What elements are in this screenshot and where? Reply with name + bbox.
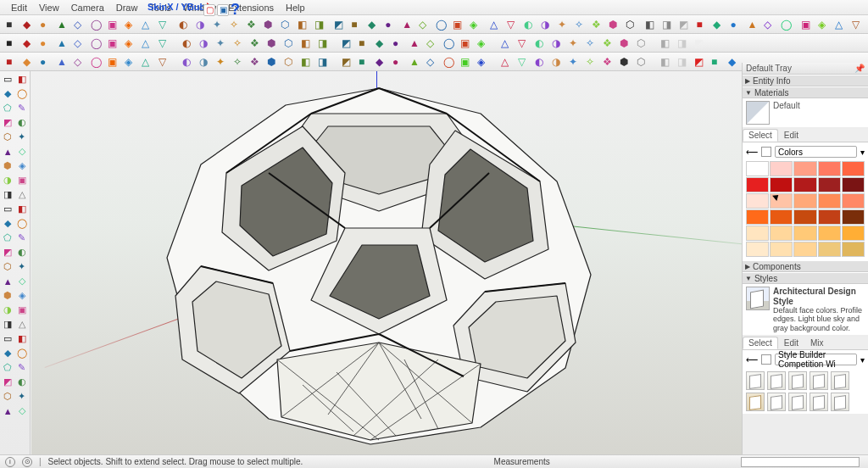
color-swatch[interactable] — [793, 177, 816, 192]
materials-tab-select[interactable]: Select — [743, 129, 778, 142]
toolbar-button[interactable]: ◩ — [331, 17, 347, 32]
toolbar-button[interactable]: ✧ — [231, 36, 246, 51]
color-swatch[interactable] — [793, 242, 816, 257]
toolbar-button[interactable]: ❖ — [248, 54, 263, 70]
tool-button[interactable]: △ — [16, 318, 29, 331]
toolbar-button[interactable]: ◯ — [433, 17, 448, 32]
dropdown-chevron-icon[interactable]: ▾ — [860, 148, 865, 157]
toolbar-button[interactable]: ▣ — [105, 17, 120, 32]
style-thumb[interactable] — [746, 393, 765, 411]
tool-button[interactable]: ▣ — [16, 174, 29, 187]
overlay-btn-1[interactable]: ▢ — [203, 4, 215, 16]
tool-button[interactable]: ◇ — [16, 404, 29, 417]
toolbar-button[interactable]: ◑ — [549, 54, 565, 70]
toolbar-button[interactable]: ✧ — [583, 54, 598, 70]
toolbar-button[interactable]: ▲ — [54, 54, 70, 70]
toolbar-button[interactable]: ● — [727, 17, 743, 32]
toolbar-button[interactable]: ▲ — [399, 17, 415, 32]
toolbar-button[interactable]: ▽ — [156, 36, 171, 51]
toolbar-button[interactable]: ▲ — [54, 36, 70, 51]
toolbar-button[interactable]: ▣ — [450, 17, 465, 32]
toolbar-button[interactable]: ◇ — [71, 36, 86, 51]
toolbar-button[interactable]: ▣ — [458, 36, 473, 51]
toolbar-button[interactable]: ◈ — [122, 36, 137, 51]
tool-button[interactable]: ✎ — [16, 231, 29, 244]
menu-help[interactable]: Help — [280, 3, 311, 13]
tool-button[interactable]: ⬡ — [2, 260, 14, 273]
color-swatch[interactable] — [770, 177, 793, 192]
toolbar-button[interactable]: ▣ — [458, 54, 473, 70]
toolbar-button[interactable]: ◐ — [532, 54, 548, 70]
tool-button[interactable]: ⬠ — [2, 231, 14, 244]
toolbar-button[interactable]: ◨ — [659, 17, 675, 32]
color-swatch[interactable] — [793, 161, 816, 176]
toolbar-button[interactable]: ❖ — [244, 17, 259, 32]
toolbar-button[interactable]: ● — [37, 17, 53, 32]
toolbar-button[interactable]: ✦ — [214, 54, 229, 70]
color-swatch[interactable] — [746, 177, 769, 192]
toolbar-button[interactable]: ✦ — [566, 36, 581, 51]
status-info-icon[interactable]: i — [5, 457, 15, 467]
color-swatch[interactable] — [842, 161, 865, 176]
toolbar-button[interactable]: ◇ — [424, 36, 439, 51]
toolbar-button[interactable]: ❖ — [589, 17, 604, 32]
tool-button[interactable]: ◐ — [16, 246, 29, 259]
color-swatch[interactable] — [793, 226, 816, 241]
toolbar-button[interactable]: ▽ — [849, 17, 865, 32]
toolbar-button[interactable]: ◧ — [658, 54, 673, 70]
toolbar-button[interactable]: ◯ — [441, 36, 456, 51]
toolbar-button[interactable]: ◆ — [373, 54, 388, 70]
toolbar-button[interactable]: △ — [139, 17, 154, 32]
tool-button[interactable]: ▲ — [2, 404, 14, 417]
toolbar-button[interactable]: ◩ — [692, 54, 707, 70]
toolbar-button[interactable]: ◑ — [197, 54, 212, 70]
toolbar-button[interactable]: ◈ — [815, 17, 831, 32]
toolbar-button[interactable]: ◈ — [122, 17, 137, 32]
color-swatch[interactable] — [746, 226, 769, 241]
toolbar-button[interactable]: ⬡ — [278, 17, 293, 32]
toolbar-button[interactable]: ◆ — [20, 54, 36, 70]
color-swatch[interactable] — [842, 209, 865, 225]
color-swatch[interactable] — [746, 209, 769, 225]
toolbar-button[interactable]: ■ — [356, 54, 371, 70]
tool-button[interactable]: ✦ — [16, 260, 29, 273]
style-thumb[interactable] — [767, 393, 786, 411]
toolbar-button[interactable]: ■ — [348, 17, 364, 32]
toolbar-button[interactable]: ▣ — [798, 17, 814, 32]
tool-button[interactable]: ◇ — [16, 145, 29, 158]
toolbar-button[interactable]: ◇ — [416, 17, 431, 32]
toolbar-button[interactable]: ◩ — [339, 54, 354, 70]
toolbar-button[interactable]: ◧ — [658, 36, 673, 51]
toolbar-button[interactable]: ◆ — [373, 36, 388, 51]
toolbar-button[interactable]: ⬡ — [623, 17, 638, 32]
toolbar-button[interactable]: ◑ — [197, 36, 212, 51]
toolbar-button[interactable]: ◨ — [675, 36, 690, 51]
tool-button[interactable]: ◧ — [16, 332, 29, 345]
toolbar-button[interactable]: ◇ — [71, 54, 86, 70]
toolbar-button[interactable]: ◇ — [424, 54, 439, 70]
toolbar-button[interactable]: ◧ — [298, 54, 314, 70]
tool-button[interactable]: ⬢ — [2, 289, 14, 302]
toolbar-button[interactable]: ✧ — [231, 54, 246, 70]
toolbar-button[interactable]: ■ — [3, 36, 19, 51]
tool-button[interactable]: ◆ — [2, 217, 14, 230]
toolbar-button[interactable]: ✦ — [210, 17, 225, 32]
tool-button[interactable]: ◇ — [16, 275, 29, 287]
toolbar-button[interactable]: ✦ — [566, 54, 581, 70]
tool-button[interactable]: ⬠ — [2, 361, 14, 374]
tool-button[interactable]: ◩ — [2, 246, 14, 259]
toolbar-button[interactable]: ◐ — [532, 36, 548, 51]
toolbar-button[interactable]: ▲ — [744, 17, 760, 32]
tool-button[interactable]: ◧ — [16, 73, 29, 86]
toolbar-button[interactable]: ⬡ — [634, 54, 649, 70]
style-thumb[interactable] — [746, 371, 765, 390]
style-thumb[interactable] — [810, 371, 828, 390]
color-swatch[interactable] — [842, 177, 865, 192]
overlay-btn-2[interactable]: ▣ — [217, 4, 229, 16]
toolbar-button[interactable]: ◑ — [538, 17, 554, 32]
color-swatch[interactable] — [770, 161, 793, 176]
tool-button[interactable]: ⬡ — [2, 390, 14, 403]
tool-button[interactable]: ◨ — [2, 318, 14, 331]
tool-button[interactable]: ✦ — [16, 390, 29, 403]
toolbar-button[interactable]: ◆ — [365, 17, 381, 32]
